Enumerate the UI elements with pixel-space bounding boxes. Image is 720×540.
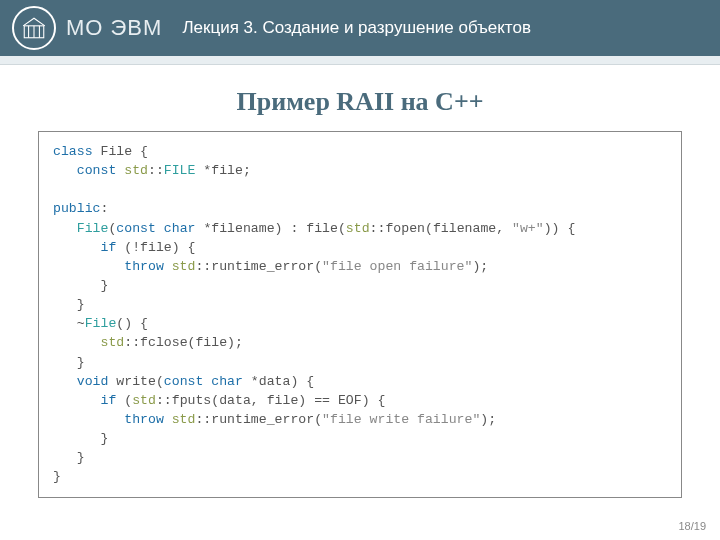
code-token: throw: [53, 412, 164, 427]
code-token: File {: [93, 144, 148, 159]
code-token: "file write failure": [322, 412, 480, 427]
code-token: std: [53, 335, 124, 350]
code-token: ::fputs(data, file) == EOF) {: [156, 393, 386, 408]
header-subbar: [0, 56, 720, 65]
code-token: "file open failure": [322, 259, 472, 274]
code-token: std: [346, 221, 370, 236]
code-token: const char: [116, 221, 195, 236]
code-token: )) {: [544, 221, 576, 236]
slide-title: Пример RAII на C++: [0, 87, 720, 117]
code-token: void: [53, 374, 108, 389]
org-logo: [12, 6, 56, 50]
code-block: class File { const std::FILE *file; publ…: [38, 131, 682, 498]
code-token: }: [53, 431, 108, 446]
code-token: }: [53, 450, 85, 465]
code-token: *data) {: [243, 374, 314, 389]
slide-header: МО ЭВМ Лекция 3. Создание и разрушение о…: [0, 0, 720, 56]
code-token: std: [116, 163, 148, 178]
code-token: ~: [53, 316, 85, 331]
code-token: :: [100, 201, 108, 216]
code-token: ::runtime_error(: [195, 412, 322, 427]
code-token: ::fopen(filename,: [370, 221, 512, 236]
code-token: }: [53, 297, 85, 312]
code-token: }: [53, 355, 85, 370]
code-token: std: [164, 259, 196, 274]
lecture-title: Лекция 3. Создание и разрушение объектов: [182, 18, 531, 38]
code-token: FILE: [164, 163, 196, 178]
code-token: *file;: [195, 163, 250, 178]
building-icon: [21, 15, 47, 41]
code-token: ::runtime_error(: [195, 259, 322, 274]
code-token: *filename) : file(: [195, 221, 345, 236]
page-number: 18/19: [678, 520, 706, 532]
code-token: if: [53, 240, 116, 255]
code-token: class: [53, 144, 93, 159]
code-token: write(: [108, 374, 163, 389]
code-token: }: [53, 469, 61, 484]
code-token: "w+": [512, 221, 544, 236]
code-token: const char: [164, 374, 243, 389]
code-token: std: [164, 412, 196, 427]
code-token: (!file) {: [116, 240, 195, 255]
org-name: МО ЭВМ: [66, 15, 162, 41]
code-token: (: [116, 393, 132, 408]
code-token: ::: [148, 163, 164, 178]
code-token: }: [53, 278, 108, 293]
code-token: public: [53, 201, 100, 216]
code-token: if: [53, 393, 116, 408]
code-token: );: [480, 412, 496, 427]
code-token: ::fclose(file);: [124, 335, 243, 350]
code-token: );: [472, 259, 488, 274]
code-token: std: [132, 393, 156, 408]
code-token: throw: [53, 259, 164, 274]
code-token: File: [85, 316, 117, 331]
code-token: const: [53, 163, 116, 178]
code-token: File: [53, 221, 108, 236]
code-token: () {: [116, 316, 148, 331]
